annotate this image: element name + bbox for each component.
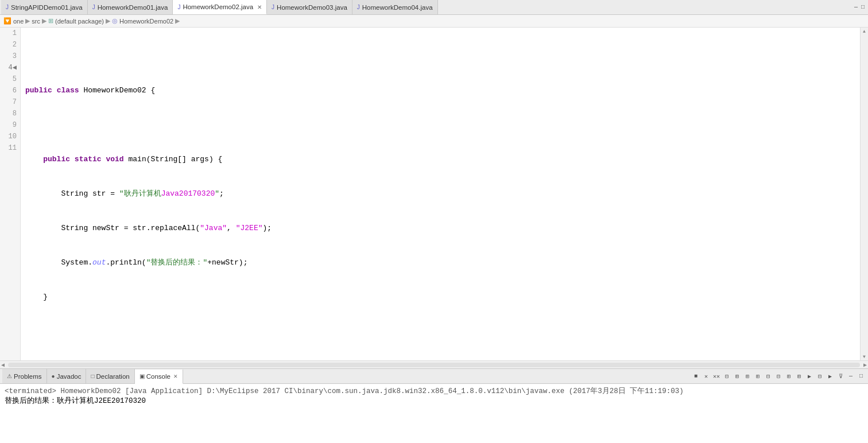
tab-javadoc-label: Javadoc	[57, 373, 82, 380]
code-line-7: System.out.println("替换后的结果："+newStr);	[25, 257, 855, 269]
console-toolbar: ■ ✕ ✕✕ ⊟ ⊞ ⊞ ⊞ ⊟ ⊟ ⊞ ⊞ ▶ ⊟ ▶ ⊽ — □	[689, 372, 868, 381]
clear-console-button[interactable]: ✕✕	[712, 372, 721, 381]
tab-label-tab1: StringAPIDDemo01.java	[11, 4, 83, 11]
line-num-7: 7	[3, 96, 17, 108]
btn6[interactable]: ⊞	[743, 372, 752, 381]
tab-declaration[interactable]: □ Declaration	[86, 369, 134, 383]
window-controls: — □	[853, 4, 868, 10]
line-num-1: 1	[3, 28, 17, 39]
code-line-9	[25, 326, 855, 337]
console-terminated-line: <terminated> HomeworkDemo02 [Java Applic…	[5, 386, 863, 396]
tab-label-tab4: HomeworkDemo03.java	[277, 4, 347, 11]
remove-launch-button[interactable]: ✕	[702, 372, 711, 381]
btn8[interactable]: ⊟	[764, 372, 773, 381]
word-wrap-button[interactable]: ⊞	[733, 372, 742, 381]
editor-tab-tab4[interactable]: JHomeworkDemo03.java	[267, 0, 352, 14]
tab-declaration-label: Declaration	[96, 373, 130, 380]
btn12[interactable]: ▶	[805, 372, 814, 381]
breadcrumb-class[interactable]: HomeworkDemo02	[119, 18, 173, 25]
breadcrumb: 🔽 one ▶ src ▶ ⊞ (default package) ▶ ◎ Ho…	[0, 15, 868, 28]
breadcrumb-src[interactable]: src	[32, 18, 40, 25]
breadcrumb-package[interactable]: (default package)	[55, 18, 104, 25]
h-scroll-track	[8, 363, 860, 367]
tab-problems[interactable]: ⚠ Problems	[2, 369, 47, 383]
bottom-tab-bar: ⚠ Problems ● Javadoc □ Declaration ▣ Con…	[0, 369, 868, 384]
tab-icon-tab5: J	[357, 4, 360, 10]
code-line-3	[25, 119, 855, 131]
maximize-button[interactable]: □	[860, 4, 866, 10]
minimize-button[interactable]: —	[853, 4, 859, 10]
code-line-5: String str = "耿丹计算机Java20170320";	[25, 188, 855, 200]
line-num-11: 11	[3, 142, 17, 154]
btn10[interactable]: ⊞	[784, 372, 793, 381]
console-icon: ▣	[140, 373, 145, 379]
line-num-4: 4◀	[3, 62, 17, 73]
tab-label-tab2: HomeworkDemo01.java	[98, 4, 168, 11]
tab-icon-tab2: J	[92, 4, 95, 10]
btn7[interactable]: ⊞	[753, 372, 762, 381]
line-num-8: 8	[3, 108, 17, 119]
code-editor[interactable]: public class HomeworkDemo02 { public sta…	[21, 28, 860, 360]
line-num-5: 5	[3, 73, 17, 85]
minimize-panel-button[interactable]: —	[846, 372, 855, 381]
breadcrumb-package-icon: ⊞	[48, 17, 53, 25]
line-num-2: 2	[3, 39, 17, 50]
editor-scroll-area[interactable]: 1 2 3 4◀ 5 6 7 8 9 10 11 public class Ho…	[0, 28, 860, 360]
tab-console[interactable]: ▣ Console ✕	[135, 370, 183, 384]
javadoc-icon: ●	[52, 373, 55, 379]
line-num-9: 9	[3, 119, 17, 131]
editor-tab-tab3[interactable]: JHomeworkDemo02.java✕	[173, 0, 267, 14]
editor-tab-tab2[interactable]: JHomeworkDemo01.java	[88, 0, 173, 14]
tab-icon-tab4: J	[272, 4, 274, 10]
tab-label-tab3: HomeworkDemo02.java	[183, 3, 253, 10]
console-output-line: 替换后的结果：耿丹计算机J2EE20170320	[5, 396, 863, 406]
line-numbers: 1 2 3 4◀ 5 6 7 8 9 10 11	[0, 28, 21, 360]
code-line-1	[25, 50, 855, 62]
scroll-left-arrow[interactable]: ◀	[0, 362, 6, 368]
scroll-up-arrow[interactable]: ▲	[862, 28, 867, 35]
terminate-button[interactable]: ■	[691, 372, 700, 381]
scroll-down-arrow[interactable]: ▼	[862, 353, 867, 360]
breadcrumb-class-icon: ◎	[112, 17, 118, 25]
editor-tab-tab5[interactable]: JHomeworkDemo04.java	[352, 0, 438, 14]
breadcrumb-arrow: 🔽	[3, 17, 11, 25]
tab-label-tab5: HomeworkDemo04.java	[362, 4, 433, 11]
vertical-scrollbar[interactable]: ▲ ▼	[860, 28, 868, 360]
btn9[interactable]: ⊟	[774, 372, 783, 381]
editor-tab-tab1[interactable]: JStringAPIDDemo01.java	[1, 0, 88, 14]
tab-problems-label: Problems	[14, 373, 42, 380]
editor-container: 1 2 3 4◀ 5 6 7 8 9 10 11 public class Ho…	[0, 28, 868, 360]
code-area: 1 2 3 4◀ 5 6 7 8 9 10 11 public class Ho…	[0, 28, 860, 360]
declaration-icon: □	[91, 373, 94, 379]
bottom-panel: ⚠ Problems ● Javadoc □ Declaration ▣ Con…	[0, 368, 868, 443]
maximize-panel-button[interactable]: □	[857, 372, 866, 381]
console-output: <terminated> HomeworkDemo02 [Java Applic…	[0, 384, 868, 443]
btn13[interactable]: ⊟	[815, 372, 824, 381]
line-num-10: 10	[3, 131, 17, 142]
line-num-6: 6	[3, 85, 17, 96]
view-menu-button[interactable]: ⊽	[836, 372, 845, 381]
scroll-right-arrow[interactable]: ▶	[862, 362, 868, 368]
btn14[interactable]: ▶	[826, 372, 835, 381]
code-line-2: public class HomeworkDemo02 {	[25, 85, 855, 96]
editor-tab-bar: JStringAPIDDemo01.javaJHomeworkDemo01.ja…	[0, 0, 868, 15]
console-close-icon[interactable]: ✕	[173, 374, 178, 379]
line-num-3: 3	[3, 50, 17, 62]
tab-icon-tab3: J	[177, 4, 180, 10]
btn11[interactable]: ⊞	[795, 372, 804, 381]
breadcrumb-project[interactable]: one	[13, 18, 24, 25]
tab-close-tab3[interactable]: ✕	[257, 4, 262, 10]
code-line-4: public static void main(String[] args) {	[25, 154, 855, 165]
problems-icon: ⚠	[7, 373, 12, 379]
tab-javadoc[interactable]: ● Javadoc	[47, 369, 87, 383]
tab-icon-tab1: J	[6, 4, 9, 10]
code-line-6: String newStr = str.replaceAll("Java", "…	[25, 223, 855, 234]
scroll-lock-button[interactable]: ⊟	[722, 372, 731, 381]
tab-console-label: Console	[146, 373, 170, 380]
code-line-8: }	[25, 292, 855, 303]
horizontal-scrollbar[interactable]: ◀ ▶	[0, 360, 868, 368]
